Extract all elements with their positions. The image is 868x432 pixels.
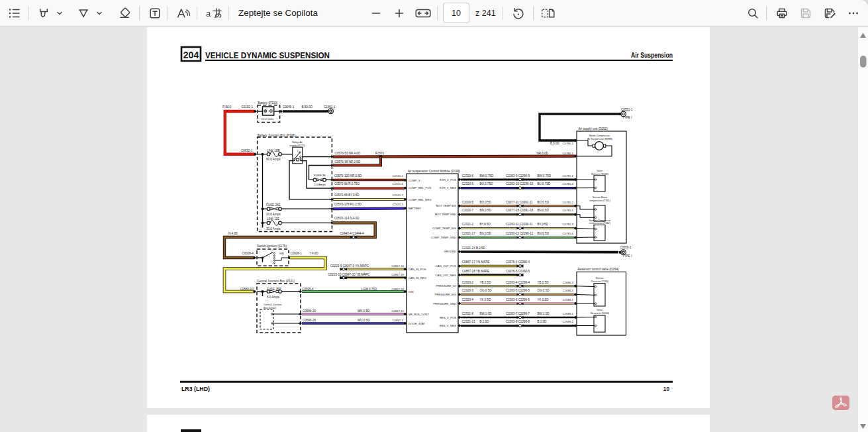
svg-text:C1686-3: C1686-3 xyxy=(563,281,574,284)
svg-text:C1689-1: C1689-1 xyxy=(563,312,574,315)
svg-text:BY,0.5D: BY,0.5D xyxy=(538,223,549,226)
svg-text:MOT TEMP SIG: MOT TEMP SIG xyxy=(436,204,456,207)
svg-text:LR3 (LHD): LR3 (LHD) xyxy=(181,386,210,392)
svg-text:Pressure (T285): Pressure (T285) xyxy=(591,280,609,283)
svg-text:RJ570: RJ570 xyxy=(375,152,385,155)
svg-text:PRESSURE_SIG: PRESSURE_SIG xyxy=(434,293,456,296)
svg-text:204: 204 xyxy=(183,50,199,60)
svg-text:BN,0.5D: BN,0.5D xyxy=(480,209,492,212)
svg-text:COMP_REL_POS: COMP_REL_POS xyxy=(409,186,431,189)
svg-text:30.0 Amps: 30.0 Amps xyxy=(266,227,281,231)
svg-text:COMP_REL_NEG: COMP_REL_NEG xyxy=(409,198,431,201)
svg-text:C0045-1: C0045-1 xyxy=(283,105,295,109)
svg-text:B,50.0D: B,50.0D xyxy=(302,105,313,109)
svg-text:C2020-7: C2020-7 xyxy=(462,209,474,212)
svg-text:CAN_OUT_POS: CAN_OUT_POS xyxy=(436,264,456,268)
svg-text:Switch-Ignition (S176): Switch-Ignition (S176) xyxy=(257,244,287,248)
svg-text:C0028-4: C0028-4 xyxy=(242,252,254,255)
svg-text:FUSE 26E: FUSE 26E xyxy=(266,203,280,207)
svg-text:VR_BUS_CONT: VR_BUS_CONT xyxy=(409,313,429,316)
svg-text:B,1.0D: B,1.0D xyxy=(538,320,548,323)
svg-text:COMP_TEMP_SIG: COMP_TEMP_SIG xyxy=(432,227,456,230)
svg-text:Battery Junction Box (P108): Battery Junction Box (P108) xyxy=(258,134,296,137)
svg-text:5.0 Amps: 5.0 Amps xyxy=(267,296,280,299)
svg-text:YK,0.5D: YK,0.5D xyxy=(480,298,492,301)
svg-text:supply (R225): supply (R225) xyxy=(289,144,305,147)
svg-text:CAN_OUT_NEG: CAN_OUT_NEG xyxy=(436,274,456,277)
svg-text:EXH_V_NEG: EXH_V_NEG xyxy=(440,186,456,189)
svg-text:C2263-7 C2296-7: C2263-7 C2296-7 xyxy=(506,312,530,315)
svg-text:C0570-53 NR,4.0D: C0570-53 NR,4.0D xyxy=(335,152,361,155)
svg-text:BO,0.5D: BO,0.5D xyxy=(480,201,492,204)
svg-text:C2320-3: C2320-3 xyxy=(462,289,474,292)
svg-text:temperature (T361): temperature (T361) xyxy=(589,199,610,202)
svg-text:C0596-26: C0596-26 xyxy=(303,319,316,322)
svg-text:C0223-9 C0047-9 YN,MAPC: C0223-9 C0047-9 YN,MAPC xyxy=(330,264,369,268)
svg-text:Sensor-: Sensor- xyxy=(596,277,605,280)
svg-text:MOT TEMP GND: MOT TEMP GND xyxy=(435,213,456,216)
svg-text:C0551-1: C0551-1 xyxy=(621,108,633,111)
svg-text:TYPE I: TYPE I xyxy=(622,116,632,119)
svg-text:LINK 11E: LINK 11E xyxy=(267,217,279,221)
svg-text:20.0 Amps: 20.0 Amps xyxy=(266,213,281,216)
svg-text:C2321-17: C2321-17 xyxy=(462,232,475,235)
svg-text:OG,0.5D: OG,0.5D xyxy=(480,289,493,292)
svg-text:Y,4.0D: Y,4.0D xyxy=(309,252,318,255)
svg-text:Motor-Compressor-: Motor-Compressor- xyxy=(589,135,611,137)
svg-text:Air Suspension: Air Suspension xyxy=(631,52,673,59)
svg-text:C0781-6: C0781-6 xyxy=(563,232,574,235)
svg-text:C2321-21: C2321-21 xyxy=(462,320,475,323)
svg-text:BW,1.0D: BW,1.0D xyxy=(538,312,550,315)
svg-text:R,50.0: R,50.0 xyxy=(222,105,232,109)
svg-text:C2443-4 C2444-4: C2443-4 C2444-4 xyxy=(340,232,365,235)
svg-text:C2320-2: C2320-2 xyxy=(462,281,474,284)
svg-text:C1689-2: C1689-2 xyxy=(563,320,574,323)
svg-text:C0192-1: C0192-1 xyxy=(242,105,254,109)
svg-text:C2263-12 C2296-12: C2263-12 C2296-12 xyxy=(506,232,534,235)
svg-text:CAN_IN_NEG: CAN_IN_NEG xyxy=(409,276,426,280)
svg-text:a: a xyxy=(206,9,211,19)
svg-text:Box (D162): Box (D162) xyxy=(264,307,277,309)
svg-text:C2321-1: C2321-1 xyxy=(393,203,404,206)
svg-text:IGN: IGN xyxy=(279,252,284,255)
svg-text:12.0 Volts: 12.0 Volts xyxy=(262,117,274,121)
svg-text:Air suspension Control Module: Air suspension Control Module (D199) xyxy=(408,170,461,173)
svg-text:RES_V_NEG: RES_V_NEG xyxy=(440,324,456,327)
svg-text:C1686-1: C1686-1 xyxy=(563,298,574,301)
svg-text:C2320-5: C2320-5 xyxy=(462,182,474,186)
svg-text:C0867-17 YN,MAPE: C0867-17 YN,MAPE xyxy=(462,260,490,264)
svg-text:C0867-13: C0867-13 xyxy=(391,309,404,313)
svg-text:WK,0.5D: WK,0.5D xyxy=(358,309,370,313)
svg-text:LGW,0.75D: LGW,0.75D xyxy=(362,288,377,291)
svg-text:C2020-5: C2020-5 xyxy=(462,201,474,204)
svg-text:C0781-5: C0781-5 xyxy=(563,209,574,212)
svg-text:C0632-1: C0632-1 xyxy=(241,149,253,152)
svg-text:C2263-4 C2296-4: C2263-4 C2296-4 xyxy=(506,281,530,284)
svg-text:C0781-4: C0781-4 xyxy=(563,182,574,186)
svg-text:Central Junction Box (P101): Central Junction Box (P101) xyxy=(257,280,295,283)
svg-text:C2321-8: C2321-8 xyxy=(462,312,474,315)
svg-text:BG,0.5D: BG,0.5D xyxy=(480,232,492,235)
svg-text:C0377-11 C0391-11: C0377-11 C0391-11 xyxy=(506,201,533,204)
svg-text:COMP_TEMP_GND: COMP_TEMP_GND xyxy=(431,236,456,239)
svg-text:C0570-98 NR,2.5D: C0570-98 NR,2.5D xyxy=(335,160,361,164)
svg-text:C0867-16: C0867-16 xyxy=(391,264,404,268)
svg-text:IGN: IGN xyxy=(409,290,413,294)
svg-text:C0867-19: C0867-19 xyxy=(391,273,404,276)
svg-text:FUSE 3E: FUSE 3E xyxy=(314,174,326,177)
svg-text:EXH_V_POS: EXH_V_POS xyxy=(440,178,456,182)
svg-text:LINK 10E: LINK 10E xyxy=(267,149,279,152)
svg-text:Central Junction: Central Junction xyxy=(264,303,281,306)
svg-text:B,6.0D: B,6.0D xyxy=(550,142,560,145)
svg-text:Reservoir (N144): Reservoir (N144) xyxy=(591,312,609,315)
svg-text:Relay-Air: Relay-Air xyxy=(292,141,303,144)
svg-text:Air supply unit (D252): Air supply unit (D252) xyxy=(579,127,608,131)
svg-text:Battery (P100): Battery (P100) xyxy=(258,101,278,105)
svg-text:C0595-6: C0595-6 xyxy=(302,288,314,291)
svg-text:BY,0.5D: BY,0.5D xyxy=(480,223,491,226)
svg-text:C1686-2: C1686-2 xyxy=(563,289,574,292)
svg-text:C0570-120 NR,0.5D: C0570-120 NR,0.5D xyxy=(334,174,362,178)
svg-text:C0376-5 C0390-5: C0376-5 C0390-5 xyxy=(506,270,530,273)
svg-text:C0867-3: C0867-3 xyxy=(393,319,404,322)
svg-text:C0570-65 BY,0.5D: C0570-65 BY,0.5D xyxy=(334,193,360,197)
